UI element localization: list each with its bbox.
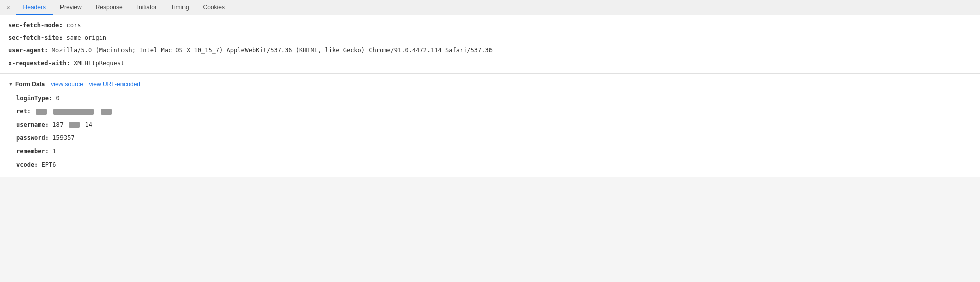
- form-data-header: ▼ Form Data view source view URL-encoded: [8, 79, 972, 90]
- field-name-password: password:: [16, 134, 49, 142]
- devtools-panel: × Headers Preview Response Initiator Tim…: [0, 0, 980, 282]
- form-row-ret: ret:: [8, 105, 972, 118]
- tab-response[interactable]: Response: [89, 1, 130, 15]
- triangle-collapse-icon[interactable]: ▼: [8, 81, 13, 87]
- redacted-block: [69, 122, 80, 128]
- redacted-block: [53, 109, 94, 115]
- header-value-sec-fetch-site: same-origin: [67, 34, 106, 41]
- header-value-sec-fetch-mode: cors: [67, 22, 81, 29]
- section-divider: [0, 73, 980, 74]
- tab-initiator[interactable]: Initiator: [130, 1, 164, 15]
- header-row-x-requested-with: x-requested-with: XMLHttpRequest: [8, 57, 972, 70]
- header-value-x-requested-with: XMLHttpRequest: [74, 60, 125, 67]
- header-name-user-agent: user-agent:: [8, 47, 48, 54]
- field-name-remember: remember:: [16, 148, 49, 155]
- header-row-sec-fetch-site: sec-fetch-site: same-origin: [8, 32, 972, 44]
- field-value-remember: 1: [52, 148, 56, 155]
- tab-headers[interactable]: Headers: [16, 1, 53, 15]
- field-value-ret: [34, 108, 113, 115]
- form-row-username: username: 187 14: [8, 118, 972, 131]
- header-row-user-agent: user-agent: Mozilla/5.0 (Macintosh; Inte…: [8, 44, 972, 57]
- form-row-logintype: loginType: 0: [8, 92, 972, 105]
- close-icon[interactable]: ×: [4, 2, 12, 13]
- tab-preview[interactable]: Preview: [53, 1, 89, 15]
- field-value-password: 159357: [52, 134, 74, 142]
- header-value-user-agent: Mozilla/5.0 (Macintosh; Intel Mac OS X 1…: [52, 47, 493, 54]
- field-value-logintype: 0: [56, 95, 59, 102]
- field-value-username: 187 14: [52, 121, 92, 128]
- header-name-sec-fetch-mode: sec-fetch-mode:: [8, 22, 63, 29]
- header-name-x-requested-with: x-requested-with:: [8, 60, 70, 67]
- tab-cookies[interactable]: Cookies: [196, 1, 232, 15]
- content-area: sec-fetch-mode: cors sec-fetch-site: sam…: [0, 15, 980, 177]
- field-name-username: username:: [16, 121, 49, 128]
- field-name-vcode: vcode:: [16, 161, 38, 168]
- form-row-vcode: vcode: EPT6: [8, 158, 972, 171]
- form-row-remember: remember: 1: [8, 145, 972, 158]
- redacted-block: [101, 109, 112, 115]
- username-part2: 14: [85, 121, 92, 128]
- form-data-section: ▼ Form Data view source view URL-encoded…: [0, 77, 980, 173]
- request-headers-section: sec-fetch-mode: cors sec-fetch-site: sam…: [0, 19, 980, 70]
- tab-bar: × Headers Preview Response Initiator Tim…: [0, 0, 980, 15]
- field-name-logintype: loginType:: [16, 95, 52, 102]
- form-data-title: ▼ Form Data: [8, 81, 45, 88]
- username-part1: 187: [52, 121, 64, 128]
- header-row-sec-fetch-mode: sec-fetch-mode: cors: [8, 19, 972, 32]
- redacted-block: [36, 109, 47, 115]
- field-value-vcode: EPT6: [42, 161, 56, 168]
- view-source-link[interactable]: view source: [51, 81, 83, 88]
- field-name-ret: ret:: [16, 108, 31, 115]
- view-url-encoded-link[interactable]: view URL-encoded: [89, 81, 140, 88]
- header-name-sec-fetch-site: sec-fetch-site:: [8, 34, 63, 41]
- tab-timing[interactable]: Timing: [164, 1, 196, 15]
- form-row-password: password: 159357: [8, 131, 972, 145]
